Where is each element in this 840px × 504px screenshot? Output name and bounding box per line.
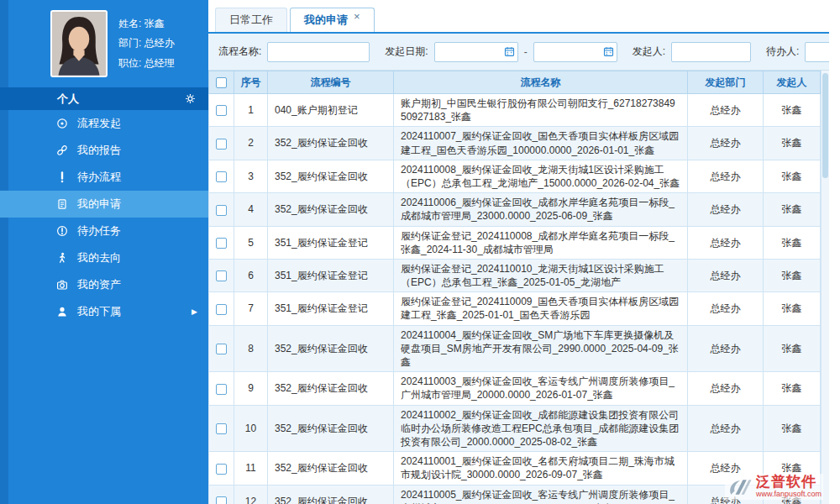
table-row[interactable]: 1 040_账户期初登记 账户期初_中国民生银行股份有限公司朝阳支行_62718… [209, 94, 821, 127]
cell-initiator: 张鑫 [764, 193, 821, 226]
row-checkbox[interactable] [216, 496, 227, 504]
header-code: 流程编号 [268, 71, 394, 94]
row-checkbox[interactable] [216, 105, 227, 116]
table-row[interactable]: 4 352_履约保证金回收 2024110006_履约保证金回收_成都水岸华庭名… [209, 193, 821, 226]
table-row[interactable]: 2 352_履约保证金回收 2024110007_履约保证金回收_国色天香项目实… [209, 127, 821, 160]
cell-process-code: 352_履约保证金回收 [268, 127, 394, 160]
cell-process-name: 履约保证金登记_2024110009_国色天香项目实体样板房区域园建工程_张鑫_… [394, 292, 688, 325]
date-range-separator: - [524, 46, 528, 58]
link-icon [55, 144, 68, 157]
table-row[interactable]: 10 352_履约保证金回收 2024110002_履约保证金回收_成都能源建设… [209, 405, 821, 452]
exclamation-icon [55, 171, 68, 184]
row-checkbox[interactable] [216, 171, 227, 182]
cell-process-code: 351_履约保证金登记 [268, 292, 394, 325]
profile-name: 姓名: 张鑫 [118, 14, 175, 34]
cell-initiating-department: 总经办 [688, 160, 764, 192]
sidebar-item-my-reports[interactable]: 我的报告 [0, 137, 208, 164]
row-checkbox[interactable] [216, 344, 227, 354]
initiator-label: 发起人: [633, 45, 665, 59]
cell-process-name: 履约保证金登记_2024110010_龙湖天街城1区设计采购施工（EPC）总承包… [394, 259, 688, 291]
brand-name: 泛普软件 [756, 475, 816, 491]
cell-initiator: 张鑫 [764, 94, 821, 127]
cell-row-number: 1 [234, 94, 268, 127]
sidebar-item-my-subordinates[interactable]: 我的下属 ▶ [0, 298, 208, 325]
assignee-label: 待办人: [766, 45, 799, 59]
row-checkbox[interactable] [216, 238, 227, 249]
cell-process-code: 040_账户期初登记 [268, 94, 394, 127]
tab-daily-work[interactable]: 日常工作 [215, 8, 287, 32]
table-row[interactable]: 3 352_履约保证金回收 2024110008_履约保证金回收_龙湖天街城1区… [209, 160, 821, 192]
tab-label: 日常工作 [229, 13, 273, 28]
table-row[interactable]: 5 351_履约保证金登记 履约保证金登记_2024110008_成都水岸华庭名… [209, 226, 821, 259]
table-row[interactable]: 9 352_履约保证金回收 2024110003_履约保证金回收_客运专线广州调… [209, 372, 821, 405]
row-checkbox[interactable] [216, 423, 227, 434]
cell-row-number: 2 [234, 127, 268, 160]
cell-process-code: 352_履约保证金回收 [268, 485, 394, 504]
profile-department: 部门: 总经办 [118, 34, 175, 53]
gear-icon[interactable] [185, 93, 196, 104]
scrollbar-thumb[interactable] [822, 73, 828, 178]
sidebar-item-pending-processes[interactable]: 待办流程 [0, 164, 208, 191]
cell-row-number: 4 [234, 193, 268, 226]
table-row[interactable]: 6 351_履约保证金登记 履约保证金登记_2024110010_龙湖天街城1区… [209, 259, 821, 291]
cell-initiating-department: 总经办 [688, 193, 764, 226]
select-all-checkbox[interactable] [216, 77, 227, 88]
sidebar-item-pending-tasks[interactable]: 待办任务 [0, 218, 208, 244]
table-row[interactable]: 7 351_履约保证金登记 履约保证金登记_2024110009_国色天香项目实… [209, 292, 821, 325]
calendar-icon[interactable] [603, 46, 614, 57]
cell-initiating-department: 总经办 [688, 94, 764, 127]
cell-process-name: 账户期初_中国民生银行股份有限公司朝阳支行_627182738495092718… [394, 94, 688, 127]
row-checkbox[interactable] [216, 304, 227, 315]
cell-initiator: 张鑫 [764, 259, 821, 291]
table-row[interactable]: 8 352_履约保证金回收 2024110004_履约保证金回收_SM广场地下车… [209, 325, 821, 372]
process-name-input[interactable] [267, 42, 370, 62]
brand-watermark: 泛普软件 www.fanpusoft.com [725, 474, 823, 500]
cell-row-number: 9 [234, 372, 268, 405]
cell-process-name: 2024110002_履约保证金回收_成都能源建设集团投资有限公司临时办公场所装… [394, 405, 688, 452]
sidebar-item-my-assets[interactable]: 我的资产 [0, 271, 208, 298]
row-checkbox[interactable] [216, 270, 227, 281]
target-icon [55, 118, 68, 130]
table-area: 序号 流程编号 流程名称 发起部门 发起人 1 040_账户期初登记 账户期初_… [208, 71, 829, 504]
sidebar-nav: 流程发起 我的报告 待办流程 我的申请 [0, 110, 208, 325]
sidebar-section-personal[interactable]: 个人 [0, 87, 208, 110]
brand-logo-icon [727, 478, 752, 496]
header-no: 序号 [234, 71, 268, 94]
close-icon[interactable]: × [354, 11, 360, 22]
initiator-input[interactable] [671, 42, 751, 62]
sidebar-item-my-applications[interactable]: 我的申请 [0, 191, 208, 218]
vertical-scrollbar[interactable] [821, 71, 829, 504]
cell-initiator: 张鑫 [764, 292, 821, 325]
cell-process-name: 2024110008_履约保证金回收_龙湖天街城1区设计采购施工（EPC）总承包… [394, 160, 688, 192]
row-checkbox[interactable] [216, 464, 227, 475]
header-dept: 发起部门 [688, 71, 764, 94]
start-date-to-field [533, 42, 617, 62]
start-date-from-field [434, 42, 518, 62]
main-panel: 日常工作 我的申请 × 流程名称: 发起日期: - [208, 0, 840, 504]
cell-row-number: 11 [234, 452, 268, 485]
sidebar-item-process-initiate[interactable]: 流程发起 [0, 110, 208, 137]
row-checkbox[interactable] [216, 384, 227, 395]
cell-row-number: 8 [234, 325, 268, 372]
cell-initiator: 张鑫 [764, 405, 821, 452]
sidebar-item-my-whereabouts[interactable]: 我的去向 [0, 244, 208, 271]
chevron-right-icon[interactable]: ▶ [192, 308, 197, 316]
cell-row-number: 6 [234, 259, 268, 291]
cell-process-name: 2024110004_履约保证金回收_SM广场地下车库更换摄像机及硬盘项目_SM… [394, 325, 688, 372]
cell-row-number: 5 [234, 226, 268, 259]
cell-process-code: 351_履约保证金登记 [268, 226, 394, 259]
cell-process-name: 2024110006_履约保证金回收_成都水岸华庭名苑项目一标段_成都城市管理局… [394, 193, 688, 226]
tab-my-applications[interactable]: 我的申请 × [290, 8, 375, 32]
sidebar-item-label: 我的去向 [77, 250, 121, 265]
avatar-photo-placeholder [52, 12, 106, 76]
sidebar-item-label: 我的下属 [77, 304, 121, 319]
row-checkbox[interactable] [216, 205, 227, 216]
walking-person-icon [55, 252, 68, 265]
cell-row-number: 7 [234, 292, 268, 325]
cell-row-number: 10 [234, 405, 268, 452]
assignee-input[interactable] [805, 42, 829, 62]
filter-bar: 流程名称: 发起日期: - 发起人: 待办人: [208, 34, 829, 71]
row-checkbox[interactable] [216, 139, 227, 150]
user-profile: 姓名: 张鑫 部门: 总经办 职位: 总经理 [0, 0, 208, 87]
calendar-icon[interactable] [504, 46, 515, 57]
